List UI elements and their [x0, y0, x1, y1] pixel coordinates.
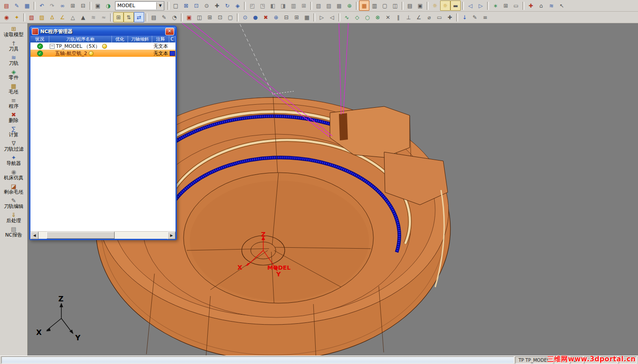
blank-cell-button[interactable]: ▢: [225, 12, 236, 22]
add-entity-button[interactable]: ⊕: [344, 0, 355, 11]
link-button[interactable]: ∞: [57, 0, 68, 11]
program-row-0[interactable]: ✓−TP_MODEL （5X）无文本: [30, 42, 176, 50]
perpendicular-tool-button[interactable]: ⊥: [403, 12, 414, 22]
program-row-1[interactable]: ✓五轴-航空铣_2无文本: [30, 50, 176, 57]
edit-button[interactable]: ✎: [12, 0, 22, 11]
parallel-tool-button[interactable]: ∥: [393, 12, 403, 22]
column-header-2[interactable]: 优化: [112, 36, 128, 42]
measure-button[interactable]: ✚: [526, 0, 536, 11]
scroll-right-button[interactable]: ▶: [167, 232, 176, 239]
doc-list-button[interactable]: ▤: [149, 12, 159, 22]
column-header-3[interactable]: 刀轴倾斜: [128, 36, 152, 42]
scroll-left-button[interactable]: ◀: [30, 232, 39, 239]
scrollbar-track[interactable]: [39, 232, 167, 239]
cell-edit-button[interactable]: ▣: [184, 12, 194, 22]
diamond-tool-button[interactable]: ◇: [352, 12, 362, 22]
keyboard-button[interactable]: ▬: [450, 0, 461, 11]
chevron-down-icon[interactable]: ▼: [156, 2, 164, 9]
view-right-button[interactable]: ◨: [278, 0, 288, 11]
boxed-view-button[interactable]: ⊡: [215, 12, 225, 22]
record-dot-button[interactable]: ●: [250, 12, 261, 22]
simulate-back-button[interactable]: ◁: [327, 12, 337, 22]
sidebar-item-program[interactable]: ≡程序: [1, 96, 27, 110]
smooth-check-button[interactable]: ≈: [98, 12, 109, 22]
pan-button[interactable]: ✚: [212, 0, 222, 11]
edit-path-button[interactable]: ✎: [470, 12, 480, 22]
sidebar-item-post-process[interactable]: ⇓后处理: [1, 210, 27, 224]
window-titlebar[interactable]: NC程序管理器 ✕: [30, 27, 176, 36]
draft-check-button[interactable]: △: [68, 12, 78, 22]
display-toggle-button[interactable]: ◑: [103, 0, 113, 11]
next-view-button[interactable]: ▷: [475, 0, 486, 11]
sidebar-item-calculate[interactable]: ∑计算: [1, 124, 27, 139]
points-display-button[interactable]: ∗: [490, 0, 501, 11]
mesh-display-button[interactable]: ⊞: [501, 0, 511, 11]
sidebar-item-toolpath[interactable]: ≋刀轨: [1, 53, 27, 67]
select-window-button[interactable]: □: [171, 0, 181, 11]
sidebar-item-toolpath-edit[interactable]: ✎刀轨编辑: [1, 196, 27, 210]
sidebar-item-stock[interactable]: ▦毛坯: [1, 81, 27, 96]
point-tool-button[interactable]: ⊗: [373, 12, 383, 22]
add-item-button[interactable]: ⊕: [271, 12, 281, 22]
sidebar-item-toolpath-filter[interactable]: ∇刀轨过滤: [1, 139, 27, 153]
pick-button[interactable]: ↖: [557, 0, 567, 11]
solid-tri-button[interactable]: ▲: [78, 12, 88, 22]
blank-display-button[interactable]: ▢: [380, 0, 390, 11]
view-iso-button[interactable]: ◰: [247, 0, 257, 11]
erase-tool-button[interactable]: ✕: [383, 12, 393, 22]
grid-dense-button[interactable]: ▦: [302, 12, 312, 22]
simulate-play-button[interactable]: ▷: [317, 12, 327, 22]
tree-collapse-icon[interactable]: −: [50, 44, 55, 49]
redo-button[interactable]: ↷: [47, 0, 57, 11]
swap-axis-button[interactable]: ⇄: [134, 12, 144, 22]
view-back-button[interactable]: ▥: [288, 0, 299, 11]
wireframe-button[interactable]: ▨: [324, 0, 334, 11]
workplane-button[interactable]: ▣: [93, 0, 103, 11]
angle-tool-button[interactable]: ∠: [414, 12, 424, 22]
hidden-line-button[interactable]: ▩: [334, 0, 344, 11]
color-swatch[interactable]: [170, 51, 175, 56]
render-mode-button[interactable]: ▦: [359, 0, 369, 11]
bulb-icon[interactable]: [89, 51, 94, 56]
home-view-button[interactable]: ⌂: [536, 0, 546, 11]
spline-tool-button[interactable]: ∿: [342, 12, 352, 22]
fit-view-button[interactable]: ◈: [232, 0, 243, 11]
undo-button[interactable]: ↶: [37, 0, 47, 11]
sort-order-button[interactable]: ⇅: [124, 12, 134, 22]
sidebar-item-read-model[interactable]: ⊞读取模型: [1, 24, 27, 38]
stock-display-button[interactable]: ▧: [26, 12, 37, 22]
sidebar-item-navigator[interactable]: ✦导航器: [1, 153, 27, 167]
snap-grid-button[interactable]: ⊞: [113, 12, 124, 22]
scrollbar-thumb[interactable]: [47, 232, 115, 239]
nc-record-button[interactable]: ◉: [1, 12, 12, 22]
time-estimate-button[interactable]: ◔: [169, 12, 180, 22]
column-header-1[interactable]: 刀轨/程序名称: [49, 36, 112, 42]
new-file-button[interactable]: ▤: [1, 0, 12, 11]
rectangle-tool-button[interactable]: ▭: [434, 12, 445, 22]
toolpath-display-button[interactable]: ≋: [546, 0, 557, 11]
grid-button[interactable]: ⊞: [68, 0, 78, 11]
sidebar-item-machine-sim[interactable]: ◉机床仿真: [1, 167, 27, 182]
list-view-button[interactable]: ▤: [405, 0, 415, 11]
mesh-tri-button[interactable]: ∆: [47, 12, 57, 22]
view-top-button[interactable]: ◳: [257, 0, 268, 11]
sidebar-item-nc-report[interactable]: ▤NC报告: [1, 224, 27, 239]
sidebar-item-delete[interactable]: ✖删除: [1, 110, 27, 124]
diameter-tool-button[interactable]: ⌀: [424, 12, 434, 22]
view-front-button[interactable]: ◧: [268, 0, 278, 11]
sidebar-item-part[interactable]: ◈零件: [1, 67, 27, 81]
properties-button[interactable]: ▣: [415, 0, 425, 11]
save-button[interactable]: ▦: [22, 0, 32, 11]
expand-button[interactable]: ⊞: [291, 12, 302, 22]
bounds-button[interactable]: ▭: [511, 0, 521, 11]
feature-button[interactable]: ✦: [12, 12, 22, 22]
material-button[interactable]: ◫: [390, 0, 400, 11]
sidebar-item-rest-stock[interactable]: ◪剩余毛坯: [1, 182, 27, 196]
collapse-button[interactable]: ⊟: [281, 12, 291, 22]
column-header-0[interactable]: 状况: [30, 36, 49, 42]
close-button[interactable]: ✕: [165, 28, 174, 35]
zoom-dynamic-button[interactable]: ⊙: [201, 0, 212, 11]
view-quad-button[interactable]: ⊞: [299, 0, 309, 11]
column-header-4[interactable]: 注释: [152, 36, 169, 42]
column-header-5[interactable]: C: [169, 36, 176, 42]
